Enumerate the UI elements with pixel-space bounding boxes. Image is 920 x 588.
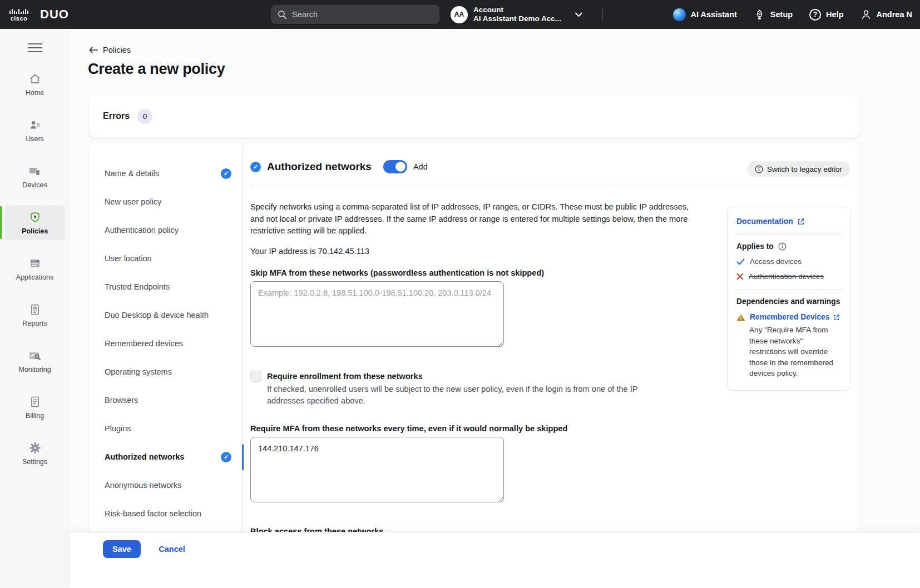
page-title: Create a new policy [88,61,225,78]
search-icon [278,10,287,19]
brand-logos: cisco DUO [9,0,69,29]
dependency-warning-text: Any "Require MFA from these networks" re… [749,325,837,379]
top-bar: cisco DUO AA Account AI Assistant Demo A… [0,0,920,29]
sidebar-item-applications[interactable]: Applications [4,251,65,286]
sidebar-item-policies[interactable]: Policies [4,205,65,240]
remembered-devices-link[interactable]: Remembered Devices [750,313,840,321]
monitoring-icon [6,349,64,362]
check-badge-icon: ✓ [221,168,231,179]
chevron-down-icon [575,12,583,17]
account-switcher[interactable]: AA Account AI Assistant Demo Acc... [451,3,583,26]
applications-icon [6,257,64,270]
applies-to-authentication-devices: Authentication devices [736,272,841,281]
cisco-logo: cisco [9,8,29,22]
external-link-icon [833,314,840,321]
main-content: Policies Create a new policy Errors 0 Na… [70,29,920,588]
policy-editor-card: Name & details ✓ New user policy Authent… [89,143,859,588]
section-title: Authorized networks [267,161,372,173]
x-icon [736,273,744,280]
nav-item-plugins[interactable]: Plugins [89,415,243,443]
duo-logo: DUO [40,7,69,22]
require-enrollment-help: If checked, unenrolled users will be sub… [267,383,673,407]
errors-count-badge: 0 [137,109,152,124]
rocket-icon [754,9,765,21]
nav-item-risk-based-factor-selection[interactable]: Risk-based factor selection [89,500,243,528]
shield-icon [6,211,64,224]
nav-item-remembered-devices[interactable]: Remembered devices [89,330,243,358]
add-toggle[interactable] [383,160,407,173]
check-icon [736,258,745,265]
applies-to-label: Applies to [736,242,774,251]
sidebar-item-devices[interactable]: Devices [4,159,65,194]
user-menu-button[interactable]: Andrea N [860,9,912,20]
require-enrollment-label: Require enrollment from these networks [267,370,423,382]
nav-item-duo-desktop-device-health[interactable]: Duo Desktop & device health [89,301,243,330]
cancel-button[interactable]: Cancel [159,545,185,554]
external-link-icon [798,218,805,225]
search-input[interactable] [292,10,433,19]
action-footer: Save Cancel [70,532,920,588]
section-complete-icon: ✓ [250,162,261,172]
section-intro-text: Specify networks using a comma-separated… [250,201,693,237]
nav-item-authentication-policy[interactable]: Authentication policy [89,216,243,245]
errors-panel[interactable]: Errors 0 [89,94,859,138]
applies-to-access-devices: Access devices [736,257,841,266]
sidebar-item-home[interactable]: Home [4,67,65,102]
sidebar-item-reports[interactable]: Reports [4,297,65,332]
global-search[interactable] [271,5,439,24]
info-icon[interactable] [778,242,787,251]
setup-button[interactable]: Setup [754,9,793,21]
skip-mfa-networks-input[interactable] [250,281,504,347]
topbar-links: AI Assistant Setup ? Help Andrea N [673,0,912,29]
ai-assistant-icon [673,8,686,21]
account-avatar: AA [451,6,468,23]
switch-to-legacy-editor-button[interactable]: Switch to legacy editor [747,161,850,177]
nav-item-anonymous-networks[interactable]: Anonymous networks [89,471,243,500]
reports-icon [6,303,64,316]
ai-assistant-button[interactable]: AI Assistant [673,8,737,21]
users-icon [6,118,64,132]
sidebar: Home Users Devices Policies [0,29,70,588]
require-mfa-networks-input[interactable]: 144.210.147.176 [250,437,504,502]
nav-item-name-details[interactable]: Name & details ✓ [89,160,243,188]
nav-item-authorized-networks[interactable]: Authorized networks ✓ [89,443,243,471]
cisco-wordmark: cisco [11,16,28,22]
check-badge-icon: ✓ [221,452,231,462]
sidebar-item-users[interactable]: Users [4,113,65,148]
billing-icon [6,395,64,408]
documentation-link[interactable]: Documentation [736,217,841,226]
save-button[interactable]: Save [103,540,141,558]
section-divider [250,186,850,186]
sidebar-item-monitoring[interactable]: Monitoring [4,343,65,378]
nav-item-trusted-endpoints[interactable]: Trusted Endpoints [89,273,243,301]
info-panel: Documentation Applies to Acc [727,207,850,391]
back-arrow-icon [89,47,98,53]
cisco-bars-icon [9,8,29,15]
help-button[interactable]: ? Help [809,9,843,21]
info-divider [735,289,842,290]
info-divider [735,234,842,235]
toggle-label: Add [413,162,428,171]
person-icon [860,9,872,20]
require-enrollment-checkbox[interactable] [250,371,261,382]
nav-item-browsers[interactable]: Browsers [89,386,243,415]
info-icon [755,165,763,173]
topbar-divider [602,8,603,21]
gear-icon [6,441,64,455]
account-label: Account [473,6,561,14]
errors-label: Errors [103,111,130,121]
dependencies-label: Dependencies and warnings [736,297,841,306]
require-mfa-label: Require MFA from these networks every ti… [250,424,859,433]
nav-item-new-user-policy[interactable]: New user policy [89,188,243,216]
nav-item-operating-systems[interactable]: Operating systems [89,358,243,386]
back-to-policies-link[interactable]: Policies [89,46,131,54]
warning-icon [736,313,745,321]
policy-section-nav: Name & details ✓ New user policy Authent… [89,143,243,588]
home-icon [6,72,64,86]
nav-item-user-location[interactable]: User location [89,245,243,273]
devices-icon [6,165,64,178]
account-name: AI Assistant Demo Acc... [473,14,561,23]
hamburger-menu-icon[interactable] [27,42,43,53]
sidebar-item-billing[interactable]: Billing [4,390,65,425]
sidebar-item-settings[interactable]: Settings [4,436,65,471]
